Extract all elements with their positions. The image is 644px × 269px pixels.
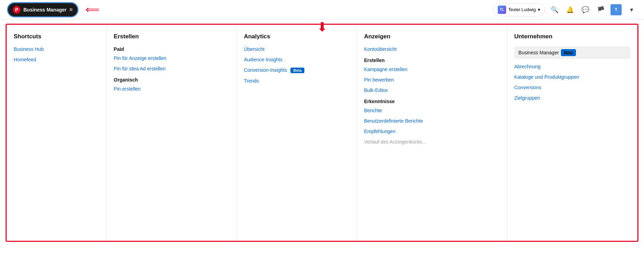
menu-icon: ≡: [69, 7, 73, 13]
berichte-link[interactable]: Berichte: [364, 108, 500, 113]
benutzerdefinierte-berichte-link[interactable]: Benutzerdefinierte Berichte: [364, 118, 500, 124]
neu-badge: Neu: [561, 49, 576, 56]
right-arrow-icon: ⟸: [86, 4, 99, 15]
pin-idea-ad-link[interactable]: Pin für Idea Ad erstellen: [114, 66, 230, 71]
empfehlungen-link[interactable]: Empfehlungen: [364, 129, 500, 134]
organisch-section-title: Organisch: [114, 77, 230, 83]
header-right: TL Textei Ludwig ▾ 🔍 🔔 💬 🏴 T ▾: [493, 3, 637, 16]
homefeed-link[interactable]: Homefeed: [14, 57, 99, 62]
conversion-insights-link[interactable]: Conversion-Insights Beta: [244, 67, 350, 73]
pin-erstellen-link[interactable]: Pin erstellen: [114, 86, 230, 92]
header: P Business Manager ≡ ⟸ TL Textei Ludwig …: [0, 0, 644, 20]
business-manager-item-label: Business Manager: [518, 50, 559, 55]
unternehmen-column: Unternehmen Business Manager Neu Abrechn…: [507, 25, 637, 241]
flag-icon[interactable]: 🏴: [595, 4, 606, 15]
kataloge-link[interactable]: Kataloge und Produktgruppen: [514, 74, 630, 80]
bulk-editor-link[interactable]: Bulk-Editor: [364, 87, 500, 93]
expand-icon[interactable]: ▾: [626, 4, 637, 15]
analytics-title: Analytics: [244, 33, 350, 40]
erstellen-title: Erstellen: [114, 33, 230, 40]
chat-icon[interactable]: 💬: [580, 4, 591, 15]
shortcuts-title: Shortcuts: [14, 33, 99, 40]
verlauf-link[interactable]: Verlauf des Anzeigenkonto...: [364, 139, 500, 145]
kampagne-erstellen-link[interactable]: Kampagne erstellen: [364, 67, 500, 72]
business-hub-link[interactable]: Business Hub: [14, 46, 99, 52]
conversions-link[interactable]: Conversions: [514, 85, 630, 90]
erkenntnisse-title: Erkenntnisse: [364, 99, 500, 104]
abrechnung-link[interactable]: Abrechnung: [514, 64, 630, 69]
anzeigen-erstellen-title: Erstellen: [364, 57, 500, 63]
nav-grid: Shortcuts Business Hub Homefeed Erstelle…: [7, 25, 637, 241]
down-arrow-annotation: ⬇: [317, 21, 327, 33]
account-button[interactable]: TL Textei Ludwig ▾: [493, 3, 545, 16]
business-manager-button[interactable]: P Business Manager ≡: [7, 2, 79, 17]
anzeigen-title: Anzeigen: [364, 33, 500, 40]
business-manager-label: Business Manager: [23, 7, 67, 13]
account-icon[interactable]: T: [610, 4, 622, 15]
zielgruppen-link[interactable]: Zielgruppen: [514, 95, 630, 101]
anzeigen-column: Anzeigen Kontoübersicht Erstellen Kampag…: [357, 25, 507, 241]
pin-bewerben-link[interactable]: Pin bewerben: [364, 77, 500, 83]
pinterest-logo-icon: P: [13, 6, 21, 14]
bell-icon[interactable]: 🔔: [564, 4, 576, 15]
paid-section-title: Paid: [114, 46, 230, 52]
search-button[interactable]: 🔍: [549, 4, 560, 15]
shortcuts-column: Shortcuts Business Hub Homefeed: [7, 25, 107, 241]
header-left: P Business Manager ≡ ⟸: [7, 2, 99, 17]
analytics-column: Analytics Übersicht Audience Insights Co…: [237, 25, 357, 241]
account-name: Textei Ludwig: [508, 7, 536, 12]
unternehmen-title: Unternehmen: [514, 33, 630, 40]
chevron-down-icon: ▾: [538, 7, 540, 12]
nav-container: Shortcuts Business Hub Homefeed Erstelle…: [6, 24, 638, 242]
business-manager-item[interactable]: Business Manager Neu: [514, 46, 630, 59]
beta-badge: Beta: [290, 68, 304, 73]
audience-insights-link[interactable]: Audience Insights: [244, 57, 350, 62]
account-avatar: TL: [498, 6, 506, 14]
kontouversicht-link[interactable]: Kontoübersicht: [364, 46, 500, 52]
pin-anzeige-link[interactable]: Pin für Anzeige erstellen: [114, 55, 230, 61]
ubersicht-link[interactable]: Übersicht: [244, 46, 350, 52]
erstellen-column: Erstellen Paid Pin für Anzeige erstellen…: [107, 25, 237, 241]
trends-link[interactable]: Trends: [244, 78, 350, 84]
nav-area: ⬇ Shortcuts Business Hub Homefeed Erstel…: [0, 24, 644, 242]
